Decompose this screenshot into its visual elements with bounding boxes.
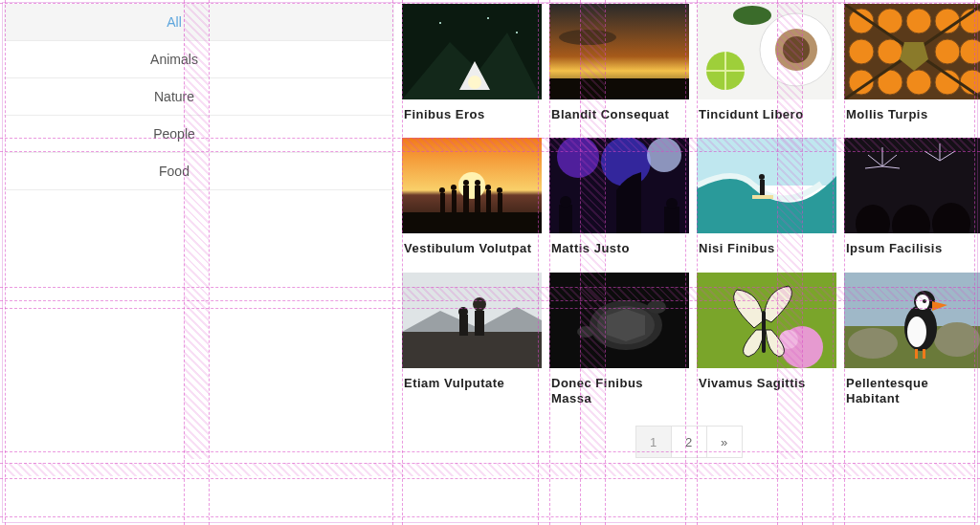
- card-title: Tincidunt Libero: [697, 99, 836, 126]
- svg-point-14: [733, 6, 771, 25]
- svg-point-27: [906, 70, 931, 95]
- card-title: Finibus Eros: [402, 99, 542, 126]
- svg-point-50: [601, 138, 651, 186]
- card-title: Mattis Justo: [549, 233, 689, 260]
- gallery-card[interactable]: Etiam Vulputate: [402, 273, 542, 411]
- svg-point-2: [487, 17, 489, 19]
- svg-rect-98: [923, 349, 925, 359]
- svg-rect-47: [402, 212, 542, 233]
- card-title: Vivamus Sagittis: [697, 368, 836, 395]
- pagination: 1 2 »: [402, 426, 976, 458]
- surf-wave-icon: [697, 138, 836, 233]
- card-title: Mollis Turpis: [844, 99, 980, 126]
- svg-point-54: [560, 196, 571, 208]
- svg-point-43: [463, 180, 469, 186]
- svg-point-23: [935, 39, 960, 64]
- svg-rect-40: [498, 193, 502, 212]
- svg-point-18: [906, 9, 931, 33]
- svg-point-95: [916, 295, 929, 310]
- card-title: Ipsum Facilisis: [844, 233, 980, 260]
- turtle-icon: [549, 273, 689, 368]
- gallery-main: Finibus Eros Blandit Consequat Tincidunt…: [394, 4, 980, 458]
- svg-point-46: [497, 187, 502, 193]
- filter-item-animals[interactable]: Animals: [4, 41, 394, 78]
- filter-item-people[interactable]: People: [4, 116, 394, 153]
- night-camp-icon: [402, 4, 542, 99]
- gallery-grid: Finibus Eros Blandit Consequat Tincidunt…: [402, 4, 980, 410]
- svg-rect-38: [475, 186, 480, 212]
- filter-item-food[interactable]: Food: [4, 153, 394, 190]
- next-page-button[interactable]: »: [706, 426, 743, 458]
- filter-label: People: [153, 126, 234, 142]
- svg-point-5: [468, 76, 481, 89]
- svg-point-96: [923, 299, 926, 303]
- gallery-card[interactable]: Vivamus Sagittis: [697, 273, 836, 411]
- gallery-card[interactable]: Donec Finibus Massa: [549, 273, 689, 411]
- card-title: Vestibulum Volutpat: [402, 233, 542, 260]
- svg-point-82: [577, 326, 594, 338]
- svg-rect-8: [549, 78, 689, 99]
- svg-rect-53: [664, 207, 679, 233]
- svg-point-83: [647, 300, 666, 314]
- card-title: Donec Finibus Massa: [549, 368, 689, 411]
- svg-point-41: [439, 187, 445, 193]
- page-2-button[interactable]: 2: [671, 426, 707, 458]
- svg-point-93: [907, 317, 926, 347]
- svg-point-58: [759, 174, 765, 180]
- page-1-button[interactable]: 1: [635, 426, 672, 458]
- puffin-icon: [844, 273, 980, 368]
- family-sunset-icon: [402, 138, 542, 233]
- svg-point-24: [960, 39, 980, 64]
- page-root: All Animals Nature People Food Fi: [0, 0, 980, 462]
- concert-icon: [549, 138, 689, 233]
- gallery-card[interactable]: Vestibulum Volutpat: [402, 138, 542, 260]
- svg-rect-57: [760, 180, 765, 195]
- gallery-card[interactable]: Nisi Finibus: [697, 138, 836, 260]
- svg-point-21: [849, 39, 874, 64]
- filter-list: All Animals Nature People Food: [4, 4, 394, 190]
- svg-rect-76: [475, 311, 484, 336]
- gallery-card[interactable]: Mattis Justo: [549, 138, 689, 260]
- filter-label: Animals: [150, 52, 236, 67]
- svg-rect-37: [463, 186, 469, 212]
- gallery-card[interactable]: Blandit Consequat: [549, 4, 689, 126]
- svg-point-34: [458, 172, 485, 199]
- svg-rect-74: [459, 315, 468, 336]
- svg-point-51: [647, 138, 681, 172]
- svg-rect-52: [559, 205, 572, 233]
- card-title: Pellentesque Habitant: [844, 368, 980, 411]
- gallery-card[interactable]: Tincidunt Libero: [697, 4, 836, 126]
- filter-label: All: [167, 14, 220, 30]
- svg-point-44: [475, 180, 480, 186]
- oranges-icon: [844, 4, 980, 99]
- gallery-card[interactable]: Finibus Eros: [402, 4, 542, 126]
- svg-rect-73: [402, 332, 542, 368]
- svg-point-7: [559, 30, 616, 45]
- svg-point-45: [485, 185, 491, 190]
- card-title: Etiam Vulputate: [402, 368, 542, 395]
- svg-point-12: [783, 36, 810, 63]
- svg-rect-97: [915, 349, 918, 359]
- couple-mountain-icon: [402, 273, 542, 368]
- fireworks-crowd-icon: [844, 138, 980, 233]
- filter-label: Nature: [154, 89, 233, 104]
- svg-rect-59: [752, 195, 773, 199]
- gallery-card[interactable]: Pellentesque Habitant: [844, 273, 980, 411]
- card-title: Nisi Finibus: [697, 233, 836, 260]
- svg-point-49: [557, 138, 599, 178]
- filter-item-all[interactable]: All: [4, 4, 394, 41]
- svg-rect-87: [762, 311, 766, 353]
- filter-sidebar: All Animals Nature People Food: [4, 4, 394, 458]
- svg-point-75: [458, 307, 468, 317]
- gallery-card[interactable]: Ipsum Facilisis: [844, 138, 980, 260]
- svg-point-3: [516, 32, 518, 33]
- butterfly-icon: [697, 273, 836, 368]
- svg-point-55: [666, 198, 678, 209]
- gallery-card[interactable]: Mollis Turpis: [844, 4, 980, 126]
- filter-item-nature[interactable]: Nature: [4, 78, 394, 116]
- svg-point-1: [439, 22, 441, 24]
- svg-point-91: [934, 322, 980, 357]
- svg-rect-39: [486, 190, 491, 212]
- filter-label: Food: [159, 164, 228, 179]
- svg-point-78: [473, 297, 486, 311]
